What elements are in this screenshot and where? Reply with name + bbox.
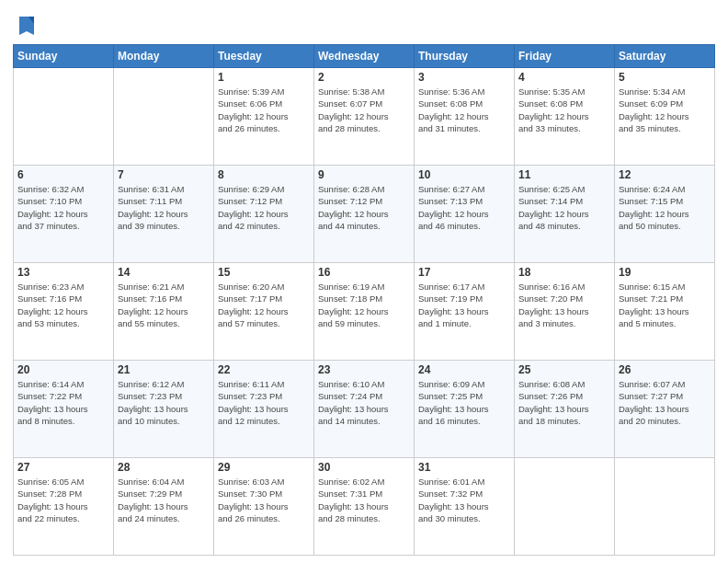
day-number: 31 — [418, 461, 510, 474]
day-cell: 10Sunrise: 6:27 AM Sunset: 7:13 PM Dayli… — [415, 166, 515, 263]
header — [13, 9, 715, 39]
calendar-body: 1Sunrise: 5:39 AM Sunset: 6:06 PM Daylig… — [14, 68, 715, 556]
day-number: 8 — [218, 168, 310, 181]
day-info: Sunrise: 6:29 AM Sunset: 7:12 PM Dayligh… — [218, 183, 310, 232]
page: SundayMondayTuesdayWednesdayThursdayFrid… — [0, 0, 728, 563]
day-number: 12 — [619, 168, 711, 181]
day-number: 28 — [118, 461, 210, 474]
header-row: SundayMondayTuesdayWednesdayThursdayFrid… — [14, 45, 715, 68]
day-cell — [114, 68, 214, 166]
day-info: Sunrise: 6:08 AM Sunset: 7:26 PM Dayligh… — [518, 378, 610, 427]
day-cell — [615, 458, 715, 556]
day-number: 19 — [619, 266, 711, 279]
day-number: 3 — [418, 71, 510, 84]
day-cell: 30Sunrise: 6:02 AM Sunset: 7:31 PM Dayli… — [314, 458, 415, 556]
day-info: Sunrise: 6:04 AM Sunset: 7:29 PM Dayligh… — [118, 476, 210, 524]
day-info: Sunrise: 6:02 AM Sunset: 7:31 PM Dayligh… — [318, 476, 410, 524]
day-cell: 6Sunrise: 6:32 AM Sunset: 7:10 PM Daylig… — [14, 166, 114, 263]
day-number: 18 — [518, 266, 610, 279]
day-number: 10 — [418, 168, 510, 181]
day-number: 4 — [518, 71, 610, 84]
day-number: 16 — [318, 266, 410, 279]
day-cell: 1Sunrise: 5:39 AM Sunset: 6:06 PM Daylig… — [214, 68, 314, 166]
day-number: 22 — [218, 363, 310, 376]
day-cell — [515, 458, 615, 556]
day-number: 11 — [518, 168, 610, 181]
day-cell: 11Sunrise: 6:25 AM Sunset: 7:14 PM Dayli… — [515, 166, 615, 263]
day-info: Sunrise: 6:03 AM Sunset: 7:30 PM Dayligh… — [218, 476, 310, 524]
day-cell: 24Sunrise: 6:09 AM Sunset: 7:25 PM Dayli… — [415, 361, 515, 458]
day-info: Sunrise: 6:15 AM Sunset: 7:21 PM Dayligh… — [619, 281, 711, 329]
day-info: Sunrise: 6:14 AM Sunset: 7:22 PM Dayligh… — [17, 378, 109, 427]
week-row-5: 27Sunrise: 6:05 AM Sunset: 7:28 PM Dayli… — [14, 458, 715, 556]
day-cell: 20Sunrise: 6:14 AM Sunset: 7:22 PM Dayli… — [14, 361, 114, 458]
day-info: Sunrise: 6:12 AM Sunset: 7:23 PM Dayligh… — [118, 378, 210, 427]
day-cell: 13Sunrise: 6:23 AM Sunset: 7:16 PM Dayli… — [14, 263, 114, 361]
logo — [13, 13, 38, 39]
day-cell: 9Sunrise: 6:28 AM Sunset: 7:12 PM Daylig… — [314, 166, 415, 263]
day-info: Sunrise: 6:31 AM Sunset: 7:11 PM Dayligh… — [118, 183, 210, 232]
day-cell: 17Sunrise: 6:17 AM Sunset: 7:19 PM Dayli… — [415, 263, 515, 361]
day-number: 6 — [17, 168, 109, 181]
week-row-4: 20Sunrise: 6:14 AM Sunset: 7:22 PM Dayli… — [14, 361, 715, 458]
day-info: Sunrise: 6:10 AM Sunset: 7:24 PM Dayligh… — [318, 378, 410, 427]
day-cell: 7Sunrise: 6:31 AM Sunset: 7:11 PM Daylig… — [114, 166, 214, 263]
header-cell-wednesday: Wednesday — [314, 45, 415, 68]
day-info: Sunrise: 6:17 AM Sunset: 7:19 PM Dayligh… — [418, 281, 510, 329]
calendar-header: SundayMondayTuesdayWednesdayThursdayFrid… — [14, 45, 715, 68]
day-info: Sunrise: 6:07 AM Sunset: 7:27 PM Dayligh… — [619, 378, 711, 427]
header-cell-friday: Friday — [515, 45, 615, 68]
day-number: 14 — [118, 266, 210, 279]
day-info: Sunrise: 6:11 AM Sunset: 7:23 PM Dayligh… — [218, 378, 310, 427]
day-cell: 2Sunrise: 5:38 AM Sunset: 6:07 PM Daylig… — [314, 68, 415, 166]
day-cell: 27Sunrise: 6:05 AM Sunset: 7:28 PM Dayli… — [14, 458, 114, 556]
day-info: Sunrise: 6:28 AM Sunset: 7:12 PM Dayligh… — [318, 183, 410, 232]
day-info: Sunrise: 5:35 AM Sunset: 6:08 PM Dayligh… — [518, 86, 610, 134]
day-cell: 31Sunrise: 6:01 AM Sunset: 7:32 PM Dayli… — [415, 458, 515, 556]
day-cell: 16Sunrise: 6:19 AM Sunset: 7:18 PM Dayli… — [314, 263, 415, 361]
day-number: 1 — [218, 71, 310, 84]
day-number: 29 — [218, 461, 310, 474]
day-info: Sunrise: 6:01 AM Sunset: 7:32 PM Dayligh… — [418, 476, 510, 524]
day-cell: 3Sunrise: 5:36 AM Sunset: 6:08 PM Daylig… — [415, 68, 515, 166]
day-number: 26 — [619, 363, 711, 376]
day-number: 15 — [218, 266, 310, 279]
day-number: 30 — [318, 461, 410, 474]
day-cell: 29Sunrise: 6:03 AM Sunset: 7:30 PM Dayli… — [214, 458, 314, 556]
day-cell: 25Sunrise: 6:08 AM Sunset: 7:26 PM Dayli… — [515, 361, 615, 458]
day-number: 2 — [318, 71, 410, 84]
day-number: 5 — [619, 71, 711, 84]
day-info: Sunrise: 5:36 AM Sunset: 6:08 PM Dayligh… — [418, 86, 510, 134]
day-cell: 15Sunrise: 6:20 AM Sunset: 7:17 PM Dayli… — [214, 263, 314, 361]
day-info: Sunrise: 6:16 AM Sunset: 7:20 PM Dayligh… — [518, 281, 610, 329]
day-cell — [14, 68, 114, 166]
day-cell: 5Sunrise: 5:34 AM Sunset: 6:09 PM Daylig… — [615, 68, 715, 166]
day-info: Sunrise: 5:34 AM Sunset: 6:09 PM Dayligh… — [619, 86, 711, 134]
day-cell: 4Sunrise: 5:35 AM Sunset: 6:08 PM Daylig… — [515, 68, 615, 166]
header-cell-tuesday: Tuesday — [214, 45, 314, 68]
day-cell: 8Sunrise: 6:29 AM Sunset: 7:12 PM Daylig… — [214, 166, 314, 263]
day-number: 24 — [418, 363, 510, 376]
day-info: Sunrise: 5:38 AM Sunset: 6:07 PM Dayligh… — [318, 86, 410, 134]
day-info: Sunrise: 6:25 AM Sunset: 7:14 PM Dayligh… — [518, 183, 610, 232]
day-number: 9 — [318, 168, 410, 181]
day-cell: 19Sunrise: 6:15 AM Sunset: 7:21 PM Dayli… — [615, 263, 715, 361]
day-info: Sunrise: 6:05 AM Sunset: 7:28 PM Dayligh… — [17, 476, 109, 524]
day-info: Sunrise: 6:27 AM Sunset: 7:13 PM Dayligh… — [418, 183, 510, 232]
day-cell: 26Sunrise: 6:07 AM Sunset: 7:27 PM Dayli… — [615, 361, 715, 458]
header-cell-sunday: Sunday — [14, 45, 114, 68]
week-row-1: 1Sunrise: 5:39 AM Sunset: 6:06 PM Daylig… — [14, 68, 715, 166]
day-cell: 12Sunrise: 6:24 AM Sunset: 7:15 PM Dayli… — [615, 166, 715, 263]
day-info: Sunrise: 6:21 AM Sunset: 7:16 PM Dayligh… — [118, 281, 210, 329]
week-row-2: 6Sunrise: 6:32 AM Sunset: 7:10 PM Daylig… — [14, 166, 715, 263]
day-info: Sunrise: 6:20 AM Sunset: 7:17 PM Dayligh… — [218, 281, 310, 329]
day-cell: 18Sunrise: 6:16 AM Sunset: 7:20 PM Dayli… — [515, 263, 615, 361]
day-info: Sunrise: 6:32 AM Sunset: 7:10 PM Dayligh… — [17, 183, 109, 232]
day-cell: 22Sunrise: 6:11 AM Sunset: 7:23 PM Dayli… — [214, 361, 314, 458]
day-number: 23 — [318, 363, 410, 376]
day-number: 13 — [17, 266, 109, 279]
day-number: 20 — [17, 363, 109, 376]
header-cell-monday: Monday — [114, 45, 214, 68]
day-number: 17 — [418, 266, 510, 279]
day-number: 27 — [17, 461, 109, 474]
